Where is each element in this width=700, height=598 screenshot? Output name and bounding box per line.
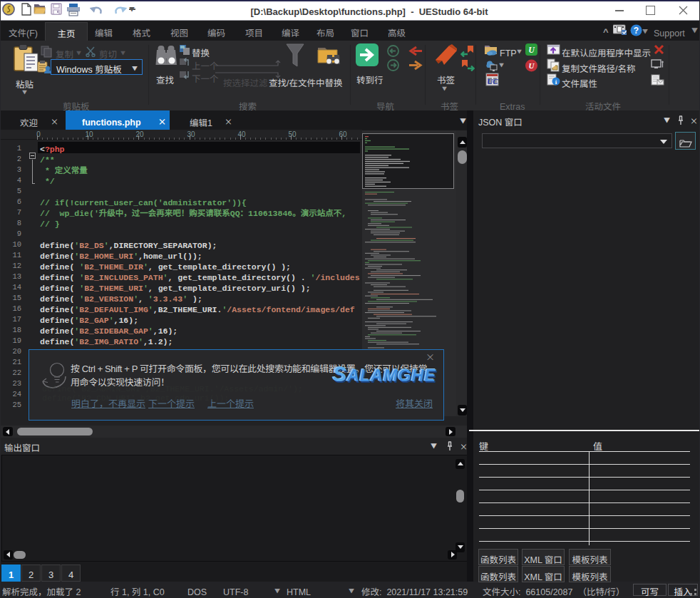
svg-text:U: U: [528, 45, 535, 55]
svg-text:UC: UC: [487, 77, 498, 86]
svg-text:U: U: [529, 61, 535, 70]
svg-text:?: ?: [634, 26, 639, 36]
